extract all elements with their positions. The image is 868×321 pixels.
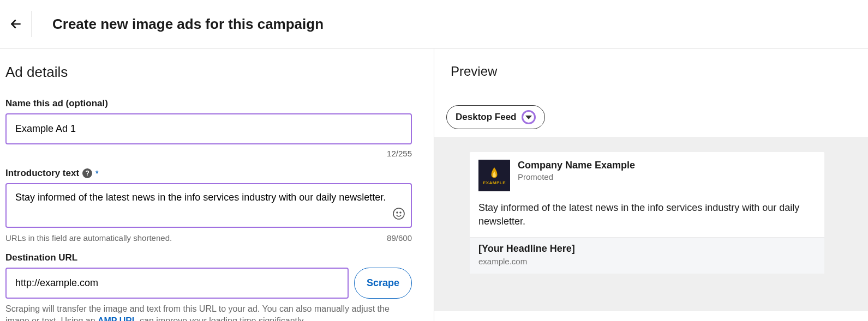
chevron-down-icon xyxy=(525,116,532,119)
emoji-icon xyxy=(392,207,405,220)
intro-text-counter: 89/600 xyxy=(387,233,412,243)
intro-text-input[interactable] xyxy=(5,183,412,228)
preview-view-label: Desktop Feed xyxy=(456,112,516,123)
scrape-button[interactable]: Scrape xyxy=(354,268,412,299)
preview-panel: Preview Desktop Feed EXAMPLE xyxy=(434,49,868,321)
preview-view-select[interactable]: Desktop Feed xyxy=(446,105,545,129)
ad-details-panel: Ad details Name this ad (optional) 12/25… xyxy=(0,49,434,321)
intro-text-field: Introductory text ? * URLs in this field… xyxy=(5,168,428,243)
intro-text-label: Introductory text xyxy=(5,168,79,179)
dest-url-row: Scrape xyxy=(5,268,412,299)
intro-text-wrap xyxy=(5,183,412,230)
top-header: Create new image ads for this campaign xyxy=(0,0,868,49)
company-logo-text: EXAMPLE xyxy=(483,180,506,185)
flame-icon xyxy=(488,166,500,180)
ad-preview-company-block: Company Name Example Promoted xyxy=(518,160,635,191)
amp-url-link[interactable]: AMP URL xyxy=(98,316,137,321)
company-logo: EXAMPLE xyxy=(478,160,510,191)
ad-name-field: Name this ad (optional) 12/255 xyxy=(5,98,428,158)
ad-name-input[interactable] xyxy=(5,113,412,144)
help-icon[interactable]: ? xyxy=(82,168,92,178)
ad-details-heading: Ad details xyxy=(5,64,428,81)
required-star-icon: * xyxy=(95,169,98,178)
dest-url-help-post: can improve your loading time significan… xyxy=(140,316,306,321)
arrow-left-icon xyxy=(9,17,23,31)
ad-preview-footer: [Your Headline Here] example.com xyxy=(470,237,824,274)
preview-canvas: EXAMPLE Company Name Example Promoted St… xyxy=(434,137,868,311)
dest-url-label: Destination URL xyxy=(5,252,428,263)
preview-view-caret-highlight xyxy=(522,110,536,124)
ad-preview-promoted: Promoted xyxy=(518,172,635,181)
ad-preview-intro: Stay informed of the latest news in the … xyxy=(470,196,824,237)
preview-heading: Preview xyxy=(451,64,868,79)
ad-name-label: Name this ad (optional) xyxy=(5,98,428,109)
dest-url-field: Destination URL Scrape Scraping will tra… xyxy=(5,252,428,321)
ad-preview-domain: example.com xyxy=(478,257,816,266)
ad-name-counter: 12/255 xyxy=(5,149,412,158)
intro-text-hint: URLs in this field are automatically sho… xyxy=(5,233,172,243)
svg-point-0 xyxy=(393,208,404,219)
svg-point-2 xyxy=(400,212,401,213)
emoji-picker-button[interactable] xyxy=(392,207,405,222)
svg-point-1 xyxy=(397,212,398,213)
intro-text-under: URLs in this field are automatically sho… xyxy=(5,233,412,243)
ad-preview-header: EXAMPLE Company Name Example Promoted xyxy=(470,152,824,196)
back-button[interactable] xyxy=(5,11,32,37)
ad-preview-headline: [Your Headline Here] xyxy=(478,243,816,255)
ad-preview-card: EXAMPLE Company Name Example Promoted St… xyxy=(470,152,824,274)
preview-controls: Desktop Feed xyxy=(446,105,868,129)
main-split: Ad details Name this ad (optional) 12/25… xyxy=(0,49,868,321)
intro-text-label-row: Introductory text ? * xyxy=(5,168,428,179)
page-title: Create new image ads for this campaign xyxy=(52,16,324,33)
dest-url-help: Scraping will transfer the image and tex… xyxy=(5,303,412,321)
ad-preview-company: Company Name Example xyxy=(518,160,635,171)
dest-url-input[interactable] xyxy=(5,268,349,299)
